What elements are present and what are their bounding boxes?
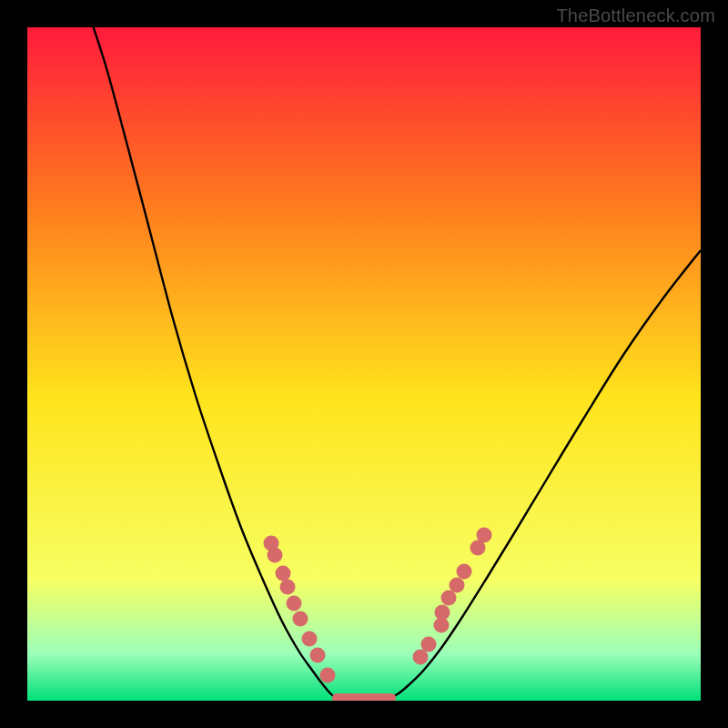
- marker-dot: [441, 591, 457, 606]
- marker-dot: [477, 528, 492, 543]
- marker-dot: [276, 566, 291, 581]
- marker-dot: [268, 548, 283, 563]
- marker-dot: [421, 637, 437, 652]
- marker-dot: [450, 578, 465, 593]
- chart-svg: [27, 27, 701, 701]
- gradient-background: [27, 27, 701, 701]
- marker-dot: [413, 650, 429, 665]
- marker-dot: [457, 564, 472, 580]
- marker-dot: [293, 612, 308, 627]
- marker-dot: [287, 596, 302, 612]
- marker-dot: [320, 668, 336, 683]
- plot-area: [27, 27, 701, 701]
- marker-dot: [302, 632, 318, 647]
- watermark-text: TheBottleneck.com: [556, 5, 715, 26]
- chart-frame: TheBottleneck.com: [0, 0, 728, 728]
- marker-dot: [310, 648, 326, 663]
- marker-dot: [280, 580, 296, 595]
- marker-dot: [435, 605, 450, 621]
- bottom-bar-segment: [332, 693, 396, 701]
